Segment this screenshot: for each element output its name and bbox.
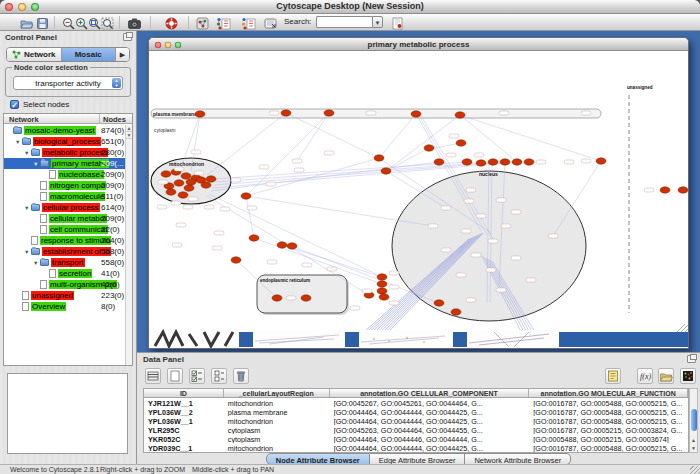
network-view-frame[interactable]: primary metabolic process plasma membran…: [148, 37, 689, 349]
disclosure-triangle-icon[interactable]: ▼: [33, 161, 40, 167]
tree-row[interactable]: cellular metabol209(0): [4, 213, 125, 224]
minimized-frame-3[interactable]: [453, 332, 467, 347]
network-node[interactable]: [455, 112, 465, 118]
network-node[interactable]: [186, 179, 196, 185]
tree-row[interactable]: unassigned223(0): [4, 290, 125, 301]
disclosure-triangle-icon[interactable]: ▼: [33, 260, 40, 266]
network-node[interactable]: [201, 182, 211, 188]
frame-title-bar[interactable]: primary metabolic process: [149, 38, 688, 51]
network-node[interactable]: [500, 159, 510, 165]
tab-network[interactable]: Network: [7, 48, 62, 61]
network-canvas[interactable]: plasma membrane cytoplasm mitochondrion …: [149, 51, 688, 348]
network-node[interactable]: [301, 295, 311, 301]
minimized-frame-4[interactable]: [559, 332, 688, 347]
disclosure-triangle-icon[interactable]: ▼: [24, 249, 31, 255]
window-resize-grip[interactable]: [690, 466, 700, 474]
tabs-overflow-icon[interactable]: ▶: [116, 48, 129, 61]
network-node[interactable]: [184, 185, 194, 191]
zoom-out-icon[interactable]: [62, 16, 75, 29]
zoom-fit-icon[interactable]: [101, 16, 114, 29]
node-color-dropdown[interactable]: transporter activity ▲▼: [13, 76, 123, 90]
network-node[interactable]: [660, 187, 670, 193]
tree-row[interactable]: nucleobase-209(0): [4, 169, 125, 180]
tree-row[interactable]: ▼transport558(0): [4, 257, 125, 268]
column-header[interactable]: annotation.GO MOLECULAR_FUNCTION: [529, 389, 688, 397]
import-network-icon[interactable]: [216, 16, 229, 29]
tree-row[interactable]: multi-organism pro42(0): [4, 279, 125, 290]
attribute-checklist-icon[interactable]: [189, 368, 205, 384]
scroll-up-icon[interactable]: ▲: [126, 125, 132, 132]
network-node[interactable]: [524, 159, 534, 165]
minimized-frame-1[interactable]: [239, 332, 253, 347]
tree-row[interactable]: ▼biological_process651(0): [4, 136, 125, 147]
frame-resize-grip[interactable]: [677, 324, 688, 332]
ontology-wizard-icon[interactable]: [196, 16, 209, 29]
network-node[interactable]: [381, 168, 391, 174]
network-node[interactable]: [277, 242, 287, 248]
open-session-icon[interactable]: [20, 16, 33, 29]
tree-row[interactable]: Overview8(0): [4, 301, 125, 312]
table-row[interactable]: YLR295Ccytoplasm[GO:0045263, GO:0044464,…: [144, 425, 688, 434]
scrollbar-thumb[interactable]: [691, 409, 697, 431]
tree-row[interactable]: cell communicat22(0): [4, 224, 125, 235]
import-attribute-file-icon[interactable]: [658, 368, 674, 384]
table-scroll-down-icon[interactable]: ▼: [690, 444, 697, 452]
search-input[interactable]: [316, 16, 372, 28]
select-nodes-checkbox[interactable]: ✓: [10, 100, 19, 109]
float-panel-icon[interactable]: [123, 33, 132, 41]
network-node[interactable]: [678, 187, 688, 193]
network-node[interactable]: [249, 235, 259, 241]
network-node[interactable]: [174, 180, 184, 186]
network-node[interactable]: [456, 140, 466, 146]
network-node[interactable]: [181, 173, 191, 179]
network-node[interactable]: [379, 294, 389, 300]
birdseye-view[interactable]: [7, 373, 128, 454]
save-session-icon[interactable]: [36, 16, 49, 29]
search-dropdown-icon[interactable]: ▼: [372, 16, 383, 28]
column-header[interactable]: ID: [144, 389, 224, 397]
disclosure-triangle-icon[interactable]: ▼: [24, 150, 31, 156]
minimized-frame-2[interactable]: [345, 332, 359, 347]
import-attributes-icon[interactable]: [241, 16, 254, 29]
network-node[interactable]: [377, 288, 387, 294]
data-panel-float-icon[interactable]: [687, 355, 696, 363]
column-header[interactable]: annotation.GO CELLULAR_COMPONENT: [330, 389, 530, 397]
tree-row[interactable]: ▼cellular process614(0): [4, 202, 125, 213]
network-node[interactable]: [374, 155, 384, 161]
tree-row[interactable]: mosaic-demo-yeast874(0): [4, 125, 125, 136]
network-node[interactable]: [411, 111, 421, 117]
column-header[interactable]: _cellularLayoutRegion: [224, 389, 330, 397]
network-node[interactable]: [377, 281, 387, 287]
tree-row[interactable]: secretion41(0): [4, 268, 125, 279]
tree-row[interactable]: ▼establishment of lo558(0): [4, 246, 125, 257]
network-node[interactable]: [166, 189, 176, 195]
network-node[interactable]: [161, 171, 171, 177]
network-node[interactable]: [377, 274, 387, 280]
network-node[interactable]: [231, 257, 241, 263]
nucleus-region[interactable]: [392, 171, 586, 321]
network-node[interactable]: [462, 159, 472, 165]
table-row[interactable]: YDR039C__1mitochondrion[GO:0044464, GO:0…: [144, 443, 688, 452]
network-node[interactable]: [434, 159, 444, 165]
network-node[interactable]: [287, 243, 297, 249]
network-node[interactable]: [281, 110, 291, 116]
zoom-selected-icon[interactable]: [88, 16, 101, 29]
network-node[interactable]: [178, 192, 188, 198]
import-table-icon[interactable]: [264, 16, 277, 29]
annotation-notes-icon[interactable]: [605, 368, 621, 384]
network-node[interactable]: [512, 159, 522, 165]
tree-col-network[interactable]: Network: [9, 115, 39, 124]
table-row[interactable]: YPL036W__1mitochondrion[GO:0044464, GO:0…: [144, 416, 688, 425]
tree-col-nodes[interactable]: Nodes: [103, 115, 126, 124]
tree-row[interactable]: nitrogen compo209(0): [4, 180, 125, 191]
network-node[interactable]: [596, 158, 606, 164]
network-node[interactable]: [488, 159, 498, 165]
select-attributes-icon[interactable]: [145, 368, 161, 384]
formula-builder-icon[interactable]: f(x): [637, 368, 653, 384]
unselect-attributes-icon[interactable]: [211, 368, 227, 384]
zoom-in-icon[interactable]: [75, 16, 88, 29]
tree-row[interactable]: ▼primary metabo209(...: [4, 158, 125, 169]
network-node[interactable]: [434, 300, 444, 306]
table-row[interactable]: YJR121W__1mitochondrion[GO:0045267, GO:0…: [144, 398, 688, 407]
tree-row[interactable]: macromolecule311(0): [4, 191, 125, 202]
